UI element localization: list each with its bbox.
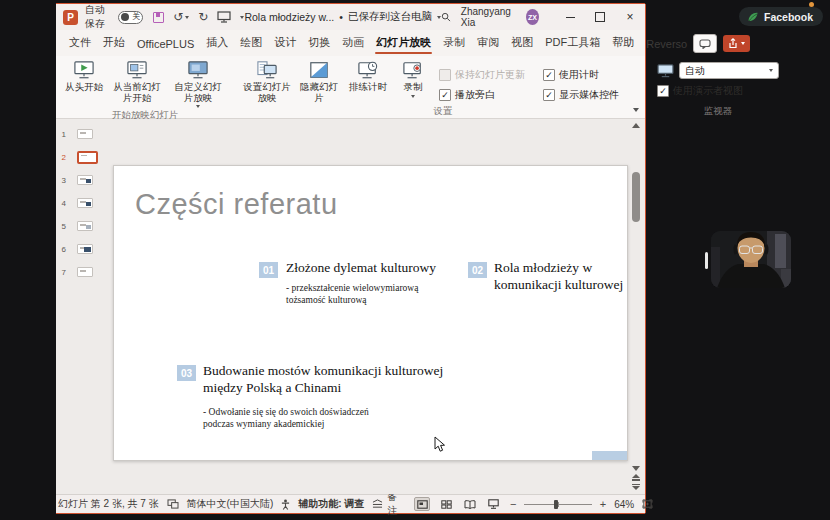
share-button[interactable]: [723, 35, 750, 52]
tab-transitions[interactable]: 切换: [302, 35, 336, 56]
accessibility-status[interactable]: 辅助功能: 调查: [298, 497, 364, 511]
tab-reverso[interactable]: Reverso: [640, 38, 693, 56]
close-button[interactable]: ×: [615, 4, 645, 30]
redo-icon[interactable]: ↻: [198, 11, 208, 23]
toggle-knob-icon: [121, 13, 129, 21]
rehearse-timings-button[interactable]: 排练计时: [343, 59, 393, 94]
custom-slideshow-icon: [187, 60, 209, 80]
custom-slideshow-button[interactable]: 自定义幻灯片放映: [167, 59, 229, 109]
tab-officeplus[interactable]: OfficePLUS: [131, 38, 200, 56]
notes-icon: [372, 499, 383, 509]
autosave-control[interactable]: 自动保存 关: [85, 3, 143, 31]
zoom-slider[interactable]: [524, 504, 591, 505]
tab-file[interactable]: 文件: [63, 35, 97, 56]
tab-animations[interactable]: 动画: [336, 35, 370, 56]
thumbnail-preview[interactable]: [77, 244, 93, 254]
checkbox-show-media-controls[interactable]: 显示媒体控件: [543, 88, 647, 102]
scroll-down-icon[interactable]: [632, 466, 640, 471]
facebook-button[interactable]: Facebook: [739, 7, 823, 26]
scroll-up-icon[interactable]: [632, 123, 640, 128]
item-number-02[interactable]: 02: [468, 262, 487, 278]
monitor-icon: [657, 64, 674, 78]
slide-footer-accent-bar: [592, 451, 627, 460]
tab-slideshow[interactable]: 幻灯片放映: [370, 35, 437, 56]
avatar[interactable]: ZX: [526, 9, 539, 25]
monitor-dropdown[interactable]: 自动: [679, 62, 779, 79]
next-slide-button[interactable]: [632, 484, 640, 491]
from-current-slide-button[interactable]: 从当前幻灯片开始: [107, 59, 167, 104]
checkbox-keep-slides-updated[interactable]: 保持幻灯片更新: [439, 68, 543, 82]
thumbnail-preview[interactable]: [77, 267, 93, 277]
hide-slide-button[interactable]: 隐藏幻灯片: [295, 59, 343, 104]
display-settings-icon[interactable]: [167, 499, 179, 509]
slideshow-view-icon: [488, 499, 499, 509]
tab-design[interactable]: 设计: [268, 35, 302, 56]
notification-dot: [809, 2, 814, 7]
slide-title[interactable]: Części referatu: [135, 188, 338, 221]
document-title-area[interactable]: Rola młodzieży w... • 已保存到这台电脑: [244, 10, 441, 24]
slideshow-qat-icon[interactable]: [217, 11, 231, 23]
tab-draw[interactable]: 绘图: [234, 35, 268, 56]
share-dropdown-icon: [741, 42, 745, 45]
thumbnail-preview[interactable]: [77, 151, 98, 164]
item-number-03[interactable]: 03: [177, 365, 196, 381]
tab-view[interactable]: 视图: [505, 35, 539, 56]
save-icon[interactable]: [153, 12, 164, 23]
thumbnail-preview[interactable]: [77, 129, 93, 139]
undo-dropdown-icon[interactable]: [185, 16, 189, 19]
undo-icon[interactable]: ↺: [173, 11, 183, 23]
zoom-out-button[interactable]: −: [510, 499, 516, 510]
zoom-slider-thumb[interactable]: [554, 500, 558, 509]
tab-help[interactable]: 帮助: [606, 35, 640, 56]
notes-button[interactable]: 备注: [387, 490, 406, 518]
item-subtext-01[interactable]: - przekształcenie wielowymiarową tożsamo…: [286, 283, 444, 306]
checkbox-presenter-view[interactable]: 使用演示者视图: [657, 84, 779, 98]
tab-review[interactable]: 审阅: [471, 35, 505, 56]
record-button[interactable]: 录制: [393, 59, 433, 99]
item-heading-01[interactable]: Złożone dylemat kulturowy: [286, 260, 456, 277]
checkbox-use-timings[interactable]: 使用计时: [543, 68, 647, 82]
language-indicator[interactable]: 简体中文(中国大陆): [187, 497, 274, 511]
comments-button[interactable]: [693, 34, 717, 53]
thumbnail-preview[interactable]: [77, 198, 93, 208]
slideshow-view-button[interactable]: [486, 497, 502, 511]
vertical-scrollbar[interactable]: [629, 121, 642, 492]
rehearse-timings-icon: [357, 60, 379, 80]
setup-slideshow-button[interactable]: 设置幻灯片放映: [239, 59, 295, 104]
item-heading-03[interactable]: Budowanie mostów komunikacji kulturowej …: [203, 363, 453, 396]
previous-slide-button[interactable]: [632, 474, 640, 481]
thumbnail-preview[interactable]: [77, 175, 93, 185]
from-current-slide-icon: [126, 60, 148, 80]
checkbox-play-narrations[interactable]: 播放旁白: [439, 88, 543, 102]
autosave-toggle[interactable]: 关: [118, 11, 143, 24]
zoom-in-button[interactable]: +: [600, 499, 606, 510]
tab-home[interactable]: 开始: [97, 35, 131, 56]
fit-to-window-icon[interactable]: [642, 499, 653, 509]
normal-view-button[interactable]: [414, 497, 430, 511]
webcam-drag-handle[interactable]: [705, 252, 708, 269]
user-name[interactable]: Zhangyang Xia: [461, 6, 516, 28]
tab-record[interactable]: 录制: [437, 35, 471, 56]
scrollbar-thumb[interactable]: [632, 172, 640, 222]
webcam-overlay[interactable]: [711, 231, 791, 288]
thumbnail-preview[interactable]: [77, 221, 93, 231]
maximize-icon: [595, 12, 605, 22]
slide-canvas[interactable]: Części referatu 01 Złożone dylemat kultu…: [113, 165, 628, 461]
minimize-button[interactable]: [555, 4, 585, 30]
comment-icon: [699, 39, 711, 49]
slide-sorter-view-button[interactable]: [438, 497, 454, 511]
item-number-01[interactable]: 01: [259, 262, 278, 278]
item-subtext-03[interactable]: - Odwołanie się się do swoich doświadcze…: [203, 407, 393, 430]
group-monitors: 自动 使用演示者视图 监视器: [657, 56, 779, 118]
tab-pdf-tools[interactable]: PDF工具箱: [539, 35, 606, 56]
tab-insert[interactable]: 插入: [200, 35, 234, 56]
title-bar: P 自动保存 关 ↺ ↻ Rola młodzieży w... •: [41, 4, 645, 30]
from-beginning-button[interactable]: 从头开始: [61, 59, 107, 94]
item-heading-02[interactable]: Rola młodzieży w komunikacji kulturowej: [494, 260, 644, 293]
maximize-button[interactable]: [585, 4, 615, 30]
collapse-ribbon-icon[interactable]: [633, 108, 639, 112]
mouse-cursor: [434, 436, 446, 453]
reading-view-button[interactable]: [462, 497, 478, 511]
zoom-level[interactable]: 64%: [614, 499, 634, 510]
search-icon[interactable]: [441, 11, 451, 23]
